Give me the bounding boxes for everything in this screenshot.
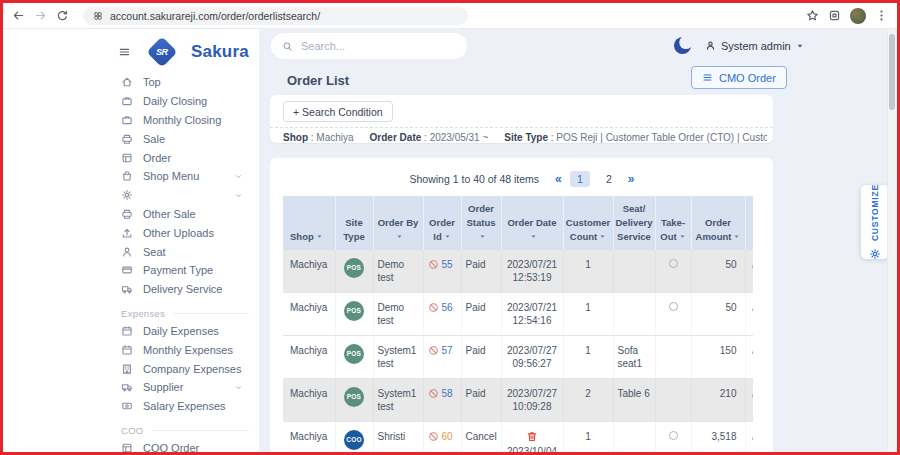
col-customer-count[interactable]: Customer Count xyxy=(563,196,613,250)
cell-order-date: 2023/10/0420:07:36 xyxy=(501,422,563,452)
col-shop[interactable]: Shop xyxy=(283,196,335,250)
col-order-amount[interactable]: Order Amount xyxy=(691,196,745,250)
col-order-by[interactable]: Order By xyxy=(373,196,423,250)
reload-icon[interactable] xyxy=(56,9,69,22)
sidebar-item-monthly-expenses[interactable]: Monthly Expenses xyxy=(3,340,259,359)
cell-take-out xyxy=(655,379,691,422)
pagination-next[interactable]: » xyxy=(628,172,634,186)
sidebar-item-other-uploads[interactable]: Other Uploads xyxy=(3,223,259,242)
extensions-icon[interactable] xyxy=(828,9,841,22)
col-order-status[interactable]: Order Status xyxy=(461,196,501,250)
order-table-wrap: ShopSite TypeOrder ByOrder IdOrder Statu… xyxy=(283,196,753,452)
order-date: 2023/07/27 xyxy=(506,344,559,357)
cell-seat: Sofa seat1 xyxy=(613,336,655,379)
sidebar-item-monthly-closing[interactable]: Monthly Closing xyxy=(3,111,259,130)
app-window: account.sakurareji.com/order/orderlistse… xyxy=(0,0,900,455)
sidebar-item-coo-order[interactable]: COO Order xyxy=(3,439,259,452)
col-order-date[interactable]: Order Date xyxy=(501,196,563,250)
trash-icon xyxy=(526,430,538,443)
sort-caret-icon xyxy=(396,233,403,240)
section-coo: COO xyxy=(3,422,259,439)
search-input[interactable] xyxy=(299,39,456,53)
order-id-link[interactable]: 57 xyxy=(442,345,453,356)
dark-mode-toggle-icon[interactable] xyxy=(673,36,692,55)
cell-order-amount: 50 xyxy=(691,250,745,293)
forward-icon[interactable] xyxy=(34,9,47,22)
order-id-link[interactable]: 60 xyxy=(442,431,453,442)
browser-menu-icon[interactable] xyxy=(875,9,888,22)
back-icon[interactable] xyxy=(12,9,25,22)
sidebar-item-delivery-service[interactable]: Delivery Service xyxy=(3,280,259,299)
site-type-badge: POS xyxy=(344,344,364,364)
sidebar-item-label: Shop Menu xyxy=(143,170,199,182)
edit-icon[interactable] xyxy=(750,387,754,399)
pagination-prev[interactable]: « xyxy=(555,172,561,186)
customize-button[interactable]: CUSTOMIZE xyxy=(861,185,889,259)
global-search[interactable] xyxy=(271,33,467,59)
sidebar-item-label: Payment Type xyxy=(143,264,213,276)
cell-order-status: Paid xyxy=(461,250,501,293)
col-site-type[interactable]: Site Type xyxy=(335,196,373,250)
col-order-id[interactable]: Order Id xyxy=(423,196,461,250)
filter-label: Site Type xyxy=(504,132,548,143)
profile-avatar[interactable] xyxy=(850,8,866,24)
cell-customer-count: 2 xyxy=(563,379,613,422)
order-id-link[interactable]: 56 xyxy=(442,302,453,313)
sidebar-item-label: Daily Closing xyxy=(143,95,207,107)
ban-icon xyxy=(428,259,439,270)
sakura-logo[interactable]: SR xyxy=(146,36,177,67)
sidebar-item-label: Delivery Service xyxy=(143,283,222,295)
col-extra[interactable] xyxy=(745,196,753,250)
sidebar-item-daily-closing[interactable]: Daily Closing xyxy=(3,92,259,111)
sidebar-item-payment-type[interactable]: Payment Type xyxy=(3,261,259,280)
take-out-circle-icon xyxy=(669,302,678,311)
sidebar-nav: TopDaily ClosingMonthly ClosingSaleOrder… xyxy=(3,73,259,452)
section-label: Expenses xyxy=(121,308,165,319)
sidebar-item-settings[interactable] xyxy=(3,186,259,205)
sidebar-item-label: Supplier xyxy=(143,381,183,393)
sidebar-item-other-sale[interactable]: Other Sale xyxy=(3,205,259,224)
cell-order-status: Cancel xyxy=(461,422,501,452)
sidebar-item-salary-expenses[interactable]: Salary Expenses xyxy=(3,397,259,416)
cell-actions xyxy=(745,379,753,422)
briefcase-icon xyxy=(121,114,133,126)
sidebar-item-seat[interactable]: Seat xyxy=(3,242,259,261)
filter-label: Shop xyxy=(283,132,308,143)
sidebar-item-supplier[interactable]: Supplier xyxy=(3,378,259,397)
sidebar-item-sale[interactable]: Sale xyxy=(3,129,259,148)
pagination-page-1[interactable]: 1 xyxy=(570,171,590,187)
cell-order-id: 58 xyxy=(423,379,461,422)
col-label: Order By xyxy=(378,217,419,228)
edit-icon[interactable] xyxy=(750,344,754,356)
col-seat-delivery-service[interactable]: Seat/ Delivery Service xyxy=(613,196,655,250)
sidebar-toggle-icon[interactable] xyxy=(117,46,132,58)
user-menu[interactable]: System admin xyxy=(705,40,804,52)
sidebar-item-label: Monthly Expenses xyxy=(143,344,233,356)
sidebar-item-order[interactable]: Order xyxy=(3,148,259,167)
sidebar-item-shop-menu[interactable]: Shop Menu xyxy=(3,167,259,186)
pagination-page-2[interactable]: 2 xyxy=(599,171,619,187)
cmo-order-button[interactable]: CMO Order xyxy=(691,66,787,89)
sidebar-item-company-expenses[interactable]: Company Expenses xyxy=(3,359,259,378)
col-take-out[interactable]: Take-Out xyxy=(655,196,691,250)
edit-icon[interactable] xyxy=(750,301,754,313)
sidebar-item-daily-expenses[interactable]: Daily Expenses xyxy=(3,322,259,341)
cell-take-out xyxy=(655,293,691,336)
filter-label: Order Date xyxy=(370,132,422,143)
order-id-link[interactable]: 58 xyxy=(442,388,453,399)
sidebar: SR Sakura TopDaily ClosingMonthly Closin… xyxy=(3,29,259,452)
order-id-link[interactable]: 55 xyxy=(442,259,453,270)
bookmark-star-icon[interactable] xyxy=(806,9,819,22)
cell-customer-count: 1 xyxy=(563,250,613,293)
address-bar[interactable]: account.sakurareji.com/order/orderlistse… xyxy=(83,7,468,25)
search-condition-toggle[interactable]: + Search Condition xyxy=(283,101,393,122)
edit-icon[interactable] xyxy=(750,258,754,270)
cell-order-amount: 150 xyxy=(691,336,745,379)
cell-actions xyxy=(745,336,753,379)
printer-icon xyxy=(121,133,133,145)
sidebar-item-top[interactable]: Top xyxy=(3,73,259,92)
scrollbar-thumb[interactable] xyxy=(889,34,895,110)
cell-order-status: Paid xyxy=(461,379,501,422)
chevron-down-icon xyxy=(234,172,243,181)
edit-icon[interactable] xyxy=(750,430,754,442)
